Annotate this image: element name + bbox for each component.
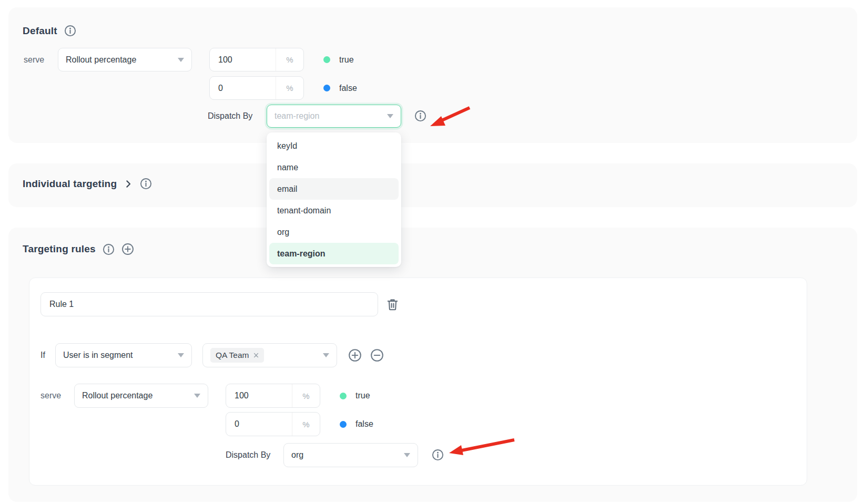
info-icon[interactable] xyxy=(432,449,444,461)
info-icon[interactable] xyxy=(64,25,76,37)
true-dot-icon xyxy=(340,393,347,399)
info-icon[interactable] xyxy=(103,243,115,255)
false-variation-indicator: false xyxy=(340,412,373,436)
false-percentage-group: % xyxy=(226,412,320,436)
dispatch-by-select[interactable]: org xyxy=(283,443,418,467)
dispatch-by-label: Dispatch By xyxy=(208,105,252,128)
serve-type-select[interactable]: Rollout percentage xyxy=(74,384,208,408)
targeting-rules-header: Targeting rules xyxy=(23,243,134,255)
true-variation-indicator: true xyxy=(323,48,354,71)
dropdown-option-team-region[interactable]: team-region xyxy=(269,243,399,264)
true-percentage-input[interactable] xyxy=(226,384,292,407)
false-variation-indicator: false xyxy=(323,76,357,100)
serve-type-value: Rollout percentage xyxy=(66,55,174,65)
flag-targeting-page: Default serve Rollout percentage % true … xyxy=(0,0,864,504)
add-condition-icon[interactable] xyxy=(348,348,362,362)
false-dot-icon xyxy=(323,85,330,91)
segment-chip-label: QA Team xyxy=(216,351,249,360)
false-variation-label: false xyxy=(339,84,357,93)
dispatch-by-select[interactable]: team-region xyxy=(267,105,401,128)
true-percentage-group: % xyxy=(226,384,320,408)
percent-suffix: % xyxy=(276,48,303,71)
false-variation-label: false xyxy=(355,419,373,429)
chevron-down-icon xyxy=(178,353,184,357)
individual-targeting-header: Individual targeting xyxy=(23,178,152,190)
chevron-down-icon xyxy=(404,453,410,457)
dispatch-by-value: org xyxy=(291,450,400,460)
dropdown-option-name[interactable]: name xyxy=(269,157,399,178)
chevron-down-icon xyxy=(323,353,329,357)
dispatch-by-dropdown: keyId name email tenant-domain org team-… xyxy=(267,132,401,267)
dispatch-by-label: Dispatch By xyxy=(226,443,270,467)
remove-condition-icon[interactable] xyxy=(370,348,384,362)
info-icon[interactable] xyxy=(414,110,426,122)
default-section-title: Default xyxy=(23,25,57,37)
segment-multiselect[interactable]: QA Team xyxy=(202,343,337,367)
targeting-rules-title: Targeting rules xyxy=(23,243,96,255)
true-variation-label: true xyxy=(355,391,370,400)
false-percentage-input[interactable] xyxy=(226,413,292,436)
dropdown-option-tenant-domain[interactable]: tenant-domain xyxy=(269,200,399,221)
individual-targeting-title: Individual targeting xyxy=(23,178,117,190)
condition-type-value: User is in segment xyxy=(63,351,174,360)
segment-chip: QA Team xyxy=(210,348,264,363)
true-variation-indicator: true xyxy=(340,384,370,408)
percent-suffix: % xyxy=(276,77,303,99)
if-label: If xyxy=(40,343,45,367)
add-rule-icon[interactable] xyxy=(121,243,134,255)
true-dot-icon xyxy=(323,56,330,63)
serve-type-select[interactable]: Rollout percentage xyxy=(58,48,192,71)
serve-label: serve xyxy=(24,48,44,71)
dropdown-option-email[interactable]: email xyxy=(269,178,399,200)
chevron-down-icon xyxy=(194,394,200,398)
dropdown-option-keyid[interactable]: keyId xyxy=(269,135,399,157)
true-variation-label: true xyxy=(339,55,354,65)
condition-type-select[interactable]: User is in segment xyxy=(55,343,192,367)
false-percentage-input[interactable] xyxy=(210,77,276,99)
serve-type-value: Rollout percentage xyxy=(82,391,190,400)
false-dot-icon xyxy=(340,421,347,428)
dispatch-by-placeholder: team-region xyxy=(275,111,383,121)
default-section-header: Default xyxy=(23,25,76,37)
true-percentage-input[interactable] xyxy=(210,48,276,71)
percent-suffix: % xyxy=(292,413,320,436)
true-percentage-group: % xyxy=(209,48,304,71)
serve-label: serve xyxy=(40,384,61,408)
false-percentage-group: % xyxy=(209,76,304,100)
chip-remove-icon[interactable] xyxy=(253,353,259,358)
info-icon[interactable] xyxy=(140,178,152,190)
default-section-card xyxy=(8,7,857,143)
chevron-down-icon xyxy=(178,58,184,62)
chevron-right-icon[interactable] xyxy=(124,179,133,189)
percent-suffix: % xyxy=(292,384,320,407)
chevron-down-icon xyxy=(387,114,393,118)
dropdown-option-org[interactable]: org xyxy=(269,221,399,243)
rule-name-input[interactable] xyxy=(40,292,378,316)
trash-icon[interactable] xyxy=(385,297,400,312)
